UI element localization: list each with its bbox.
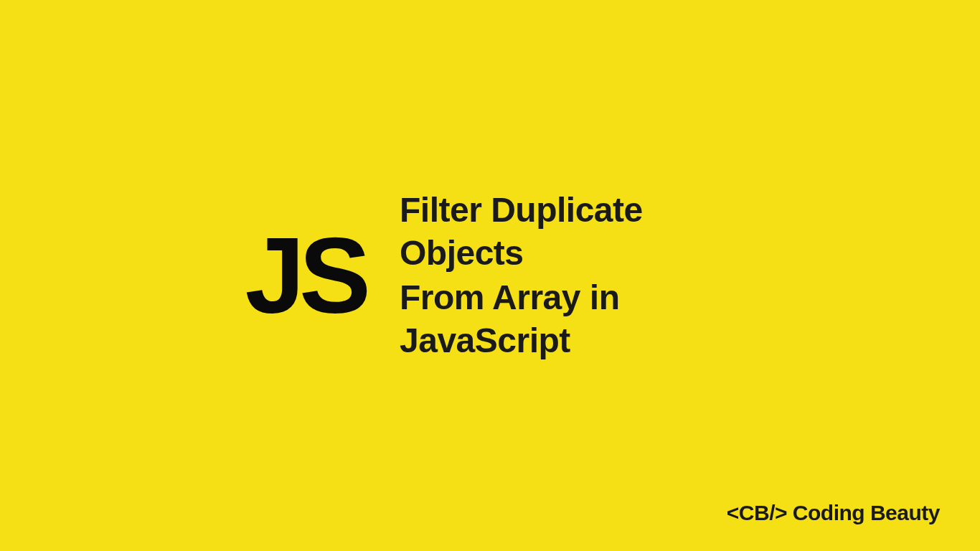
js-badge: JS — [245, 222, 365, 329]
headline-line-1: Filter Duplicate Objects — [400, 189, 735, 275]
headline: Filter Duplicate Objects From Array in J… — [400, 189, 735, 362]
main-content: JS Filter Duplicate Objects From Array i… — [245, 189, 735, 362]
headline-line-2: From Array in JavaScript — [400, 276, 735, 362]
brand-attribution: <CB/> Coding Beauty — [727, 501, 940, 525]
